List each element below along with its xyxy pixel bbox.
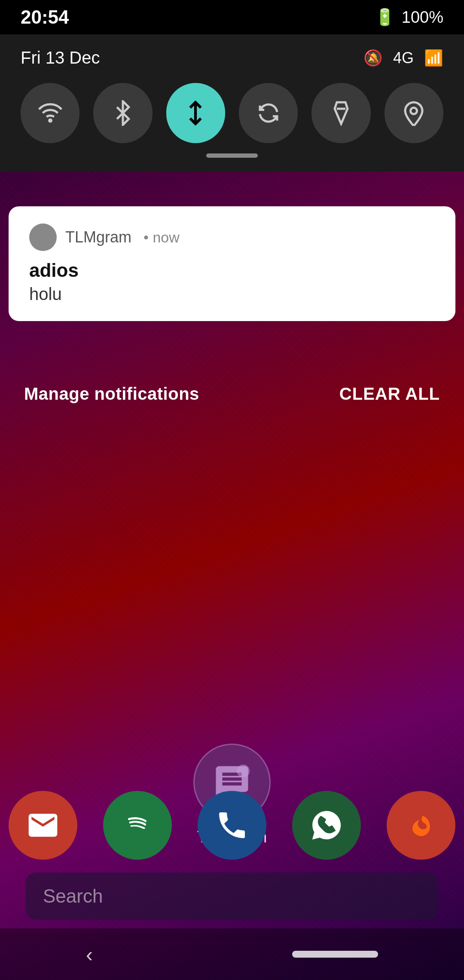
- sync-tile[interactable]: [239, 83, 298, 143]
- dock: [0, 791, 464, 860]
- nav-bar: ‹: [0, 928, 464, 980]
- clear-all-button[interactable]: CLEAR ALL: [339, 384, 440, 404]
- battery-percentage: 100%: [402, 8, 443, 27]
- bluetooth-tile[interactable]: [93, 83, 152, 143]
- back-button[interactable]: ‹: [86, 943, 93, 966]
- quick-settings-panel: Fri 13 Dec 🔕 4G 📶: [0, 34, 464, 172]
- wifi-tile[interactable]: [21, 83, 79, 143]
- dock-firefox[interactable]: [387, 791, 455, 860]
- search-bar[interactable]: Search: [26, 873, 438, 920]
- qs-right-icons: 🔕 4G 📶: [363, 49, 443, 67]
- dock-whatsapp[interactable]: [292, 791, 361, 860]
- qs-date: Fri 13 Dec: [21, 48, 100, 67]
- svg-point-4: [411, 108, 417, 114]
- status-bar: 20:54 🔋 100%: [0, 0, 464, 34]
- svg-point-5: [237, 765, 250, 778]
- notification-action-bar: Manage notifications CLEAR ALL: [0, 372, 464, 415]
- signal-bars-icon: 📶: [424, 49, 443, 67]
- dock-gmail[interactable]: [9, 791, 77, 860]
- status-icons: 🔋 100%: [375, 8, 443, 27]
- qs-drag-handle: [206, 153, 258, 158]
- qs-header: Fri 13 Dec 🔕 4G 📶: [21, 48, 443, 67]
- flashlight-tile[interactable]: [311, 83, 370, 143]
- location-tile[interactable]: [385, 83, 443, 143]
- silent-icon: 🔕: [363, 49, 383, 67]
- notif-time: • now: [143, 229, 180, 246]
- notif-app-icon: [29, 224, 57, 251]
- manage-notifications-button[interactable]: Manage notifications: [24, 384, 199, 404]
- notif-app-name: TLMgram: [65, 228, 131, 246]
- svg-marker-2: [335, 102, 348, 124]
- notif-header: TLMgram • now: [29, 224, 435, 251]
- notification-card[interactable]: TLMgram • now adios holu: [9, 206, 455, 321]
- signal-text: 4G: [393, 49, 414, 67]
- notif-title: adios: [29, 260, 435, 281]
- data-transfer-tile[interactable]: [166, 83, 225, 143]
- dock-spotify[interactable]: [103, 791, 172, 860]
- svg-point-0: [49, 119, 51, 122]
- qs-tiles: [21, 83, 443, 143]
- status-time: 20:54: [21, 6, 69, 28]
- battery-icon: 🔋: [375, 8, 395, 27]
- home-pill[interactable]: [292, 951, 378, 958]
- search-placeholder: Search: [43, 885, 103, 907]
- dock-phone[interactable]: [198, 791, 266, 860]
- notif-body: holu: [29, 285, 435, 304]
